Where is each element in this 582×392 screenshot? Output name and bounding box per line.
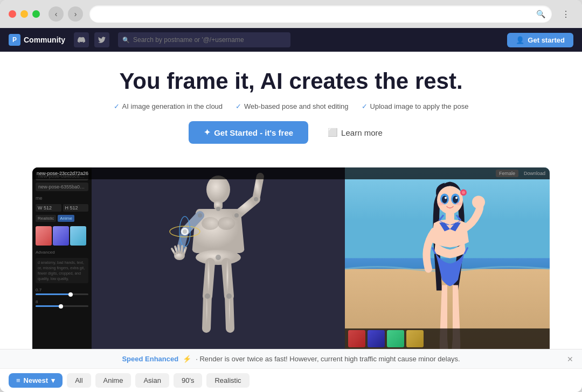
filter-90s[interactable]: 90's: [174, 373, 202, 388]
slider-1-bar[interactable]: [36, 293, 88, 295]
svg-point-27: [234, 213, 239, 218]
hero-feature-2: ✓ Web-based pose and shot editing: [235, 102, 348, 110]
svg-line-20: [206, 296, 207, 328]
svg-point-24: [216, 255, 221, 260]
back-button[interactable]: ‹: [48, 6, 64, 22]
check-icon-2: ✓: [235, 102, 241, 110]
hero-title: You frame it, AI creates the rest.: [11, 69, 571, 94]
pose-title: new-pose-23cc2d72a26: [37, 171, 88, 176]
get-started-nav-button[interactable]: 👤 Get started: [507, 33, 573, 47]
cta-secondary-label: Learn more: [341, 128, 383, 137]
inner-topbar-right: Female Download: [496, 171, 545, 176]
svg-point-47: [472, 196, 485, 209]
neg-prompt-box[interactable]: d anatomy, bad hands, text, or, missing …: [36, 258, 88, 283]
pose-editor[interactable]: [92, 167, 345, 349]
width-input[interactable]: W 512: [36, 204, 61, 212]
sidebar-size-label: me: [36, 195, 88, 201]
filter-asian[interactable]: Asian: [135, 373, 169, 388]
speed-bar: Speed Enhanced ⚡ · Render is over twice …: [0, 349, 582, 368]
slider-1-row: 0.7: [36, 288, 88, 295]
svg-point-39: [455, 197, 458, 199]
svg-point-11: [183, 229, 187, 234]
result-image: [345, 167, 550, 349]
browser-menu-button[interactable]: ⋮: [558, 6, 573, 22]
browser-titlebar: ‹ › 🔍 ⋮: [0, 0, 582, 28]
discord-icon[interactable]: [74, 32, 89, 47]
thumbnail-1[interactable]: [36, 226, 52, 246]
svg-line-21: [226, 263, 229, 296]
anime-tag[interactable]: Anime: [58, 215, 74, 222]
close-button[interactable]: [9, 10, 16, 18]
nav-search[interactable]: 🔍: [118, 32, 290, 47]
slider-2-bar[interactable]: [36, 305, 88, 307]
filter-all[interactable]: All: [67, 373, 91, 388]
thumbnail-row: [36, 226, 88, 246]
feature-text-3: Upload image to apply the pose: [370, 102, 469, 110]
brand-name: Community: [24, 36, 65, 44]
check-icon-1: ✓: [114, 102, 120, 110]
twitter-icon[interactable]: [94, 32, 109, 47]
height-input[interactable]: H 512: [63, 204, 89, 212]
thumbnail-2[interactable]: [53, 226, 69, 246]
filter-anime[interactable]: Anime: [95, 373, 131, 388]
svg-point-36: [442, 196, 447, 204]
address-bar[interactable]: 🔍: [89, 5, 552, 23]
brand-icon: P: [9, 34, 20, 46]
app-navbar: P Community 🔍 👤 Get started: [0, 28, 582, 52]
advanced-section[interactable]: Advanced: [36, 250, 88, 255]
maximize-button[interactable]: [32, 10, 40, 18]
nav-search-icon: 🔍: [122, 37, 130, 44]
svg-point-41: [456, 202, 462, 206]
filter-realistic[interactable]: Realistic: [206, 373, 249, 388]
nav-search-input[interactable]: [133, 36, 286, 44]
svg-line-4: [237, 199, 256, 215]
svg-point-26: [226, 293, 232, 299]
result-thumb-2[interactable]: [368, 330, 385, 347]
h-label: H: [65, 205, 69, 211]
size-inputs: W 512 H 512: [36, 204, 88, 212]
cta-secondary-button[interactable]: ⬜ Learn more: [317, 121, 393, 144]
svg-line-15: [178, 246, 179, 253]
svg-point-3: [218, 217, 235, 230]
filter-bar: ≡ Newest ▾ All Anime Asian 90's Realisti…: [0, 368, 582, 392]
result-thumb-1[interactable]: [348, 330, 365, 347]
mannequin-svg: [148, 167, 288, 349]
gender-toggle[interactable]: Female: [496, 170, 518, 177]
speed-label: Speed Enhanced: [122, 355, 178, 363]
cta-icon: ✦: [204, 128, 211, 137]
user-icon: 👤: [516, 36, 524, 44]
inner-topbar: new-pose-23cc2d72a26 Female Download: [32, 167, 550, 179]
hero-features: ✓ AI image generation in the cloud ✓ Web…: [11, 102, 571, 110]
newest-button[interactable]: ≡ Newest ▾: [9, 373, 63, 388]
svg-line-22: [229, 296, 230, 328]
app-content: P Community 🔍 👤 Get started: [0, 28, 582, 392]
svg-point-25: [205, 293, 210, 299]
speed-message: · Render is over twice as fast! However,…: [196, 355, 460, 363]
minimize-button[interactable]: [20, 10, 28, 18]
pose-item-2[interactable]: new-pose-6355ba0c83f: [36, 183, 88, 191]
forward-button[interactable]: ›: [68, 6, 83, 22]
svg-line-19: [207, 263, 210, 296]
svg-line-5: [252, 177, 264, 199]
svg-line-16: [182, 246, 182, 253]
speed-close-button[interactable]: ✕: [567, 355, 573, 363]
address-search-icon: 🔍: [536, 10, 545, 18]
brand-logo[interactable]: P Community: [9, 34, 65, 46]
svg-point-38: [445, 197, 447, 199]
cta-primary-label: Get Started - it's free: [214, 128, 293, 137]
svg-point-40: [438, 202, 444, 206]
download-link[interactable]: Download: [524, 171, 545, 176]
inner-app: new-pose-0a485c8e4e2 new-pose-6355ba0c83…: [32, 167, 550, 349]
w-value: 512: [44, 205, 52, 211]
result-thumb-4[interactable]: [406, 330, 424, 347]
address-input[interactable]: [96, 10, 536, 18]
result-thumb-3[interactable]: [387, 330, 404, 347]
thumbnail-3[interactable]: [70, 226, 86, 246]
realistic-tag[interactable]: Realistic: [36, 215, 56, 222]
hero-section: You frame it, AI creates the rest. ✓ AI …: [0, 52, 582, 167]
preview-area: new-pose-23cc2d72a26 Female Download new…: [32, 167, 550, 349]
result-scene: [345, 167, 550, 349]
h-value: 512: [70, 205, 78, 211]
cta-primary-button[interactable]: ✦ Get Started - it's free: [189, 121, 308, 144]
slider-2-label: 8: [36, 299, 88, 304]
